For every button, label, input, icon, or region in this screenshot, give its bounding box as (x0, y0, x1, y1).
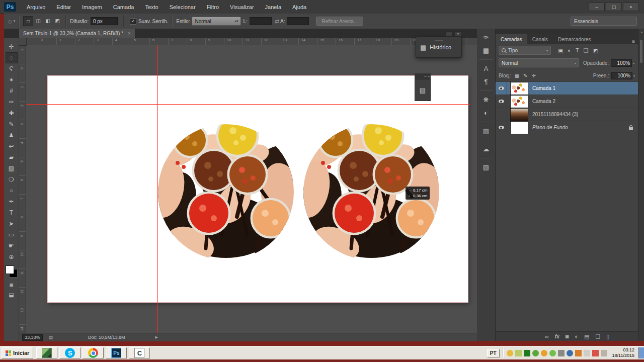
gradient-tool[interactable]: ▨ (6, 163, 18, 174)
layer-group-icon[interactable]: ▤ (584, 333, 589, 340)
crop-tool[interactable]: # (6, 85, 18, 97)
clock[interactable]: 03:12 18/11/2015 (612, 347, 634, 358)
tray-icon-green-square[interactable] (524, 350, 530, 356)
show-desktop-button[interactable] (638, 347, 644, 358)
style-dropdown[interactable]: Normal ▴▾ (192, 17, 241, 26)
eraser-tool[interactable]: ▰ (6, 152, 18, 163)
layer-effects-icon[interactable]: fx (555, 334, 559, 339)
shape-tool[interactable]: ▭ (6, 229, 18, 240)
foreground-color-swatch[interactable] (6, 265, 14, 274)
tray-icon-green-dot[interactable] (549, 350, 556, 356)
menu-item[interactable]: Editar (51, 1, 76, 14)
panel-tab[interactable]: Camadas (496, 34, 527, 44)
paragraph-panel-icon[interactable]: ¶ (479, 75, 493, 88)
character-panel-icon[interactable]: A (479, 59, 493, 75)
layer-thumbnail[interactable] (510, 108, 528, 121)
restore-button[interactable]: ▢ (606, 3, 622, 11)
taskbar-camtasia-button[interactable]: C (129, 347, 150, 358)
dodge-tool[interactable]: ○ (6, 185, 18, 196)
chevron-down-icon[interactable]: ▾ (633, 74, 635, 77)
tray-icon-orange-dot[interactable] (541, 350, 547, 356)
layer-thumbnail[interactable] (510, 95, 528, 108)
workspace-dropdown[interactable]: Essenciais (571, 17, 637, 26)
hand-tool[interactable]: ☛ (6, 240, 18, 251)
vertical-guide[interactable] (157, 45, 158, 333)
menu-item[interactable]: Texto (139, 1, 164, 14)
start-button[interactable]: Iniciar (2, 347, 33, 358)
tray-icon-yellow-dot[interactable] (507, 350, 513, 356)
lock-paint-icon[interactable]: ✎ (523, 73, 527, 78)
tray-icon-blue-globe[interactable] (567, 350, 573, 356)
antialias-checkbox[interactable]: ✓ (130, 18, 136, 25)
refine-edge-button[interactable]: Refinar Aresta... (316, 17, 363, 26)
filter-smart-objects-icon[interactable]: ◩ (593, 47, 598, 54)
clone-stamp-tool[interactable]: ♟ (6, 130, 18, 141)
document-tab[interactable]: Sem Título-1 @ 33,3% (Camada 1, RGB/8) *… (19, 29, 135, 38)
brush-tool[interactable]: ✎ (6, 119, 18, 130)
history-floating-panel[interactable]: — × ▤ Histórico (416, 31, 462, 58)
magic-wand-tool[interactable]: ✶ (6, 74, 18, 85)
opacity-value[interactable]: 100% (611, 59, 632, 67)
taskbar-explorer-button[interactable] (36, 347, 57, 358)
visibility-toggle[interactable] (496, 121, 507, 134)
layer-row[interactable]: Camada 2 (496, 95, 638, 108)
zoom-level-field[interactable]: 33,33% (22, 334, 43, 341)
filter-type-dropdown[interactable]: Tipo ▾ (499, 46, 551, 55)
dock-scrollbar[interactable] (640, 40, 642, 63)
tray-icon-speaker-orange[interactable] (575, 350, 582, 356)
type-tool[interactable]: T (6, 207, 18, 218)
width-input[interactable] (250, 17, 272, 25)
drink-photo-left[interactable] (157, 124, 294, 260)
language-indicator[interactable]: PT (487, 349, 500, 357)
styles-panel-icon[interactable]: ❋ (479, 90, 493, 106)
adjustment-layer-icon[interactable]: ◐ (575, 333, 578, 339)
history-panel-header[interactable]: — × (416, 31, 462, 37)
pen-tool[interactable]: ✒ (6, 196, 18, 207)
lasso-tool[interactable]: Ϛ (6, 63, 18, 74)
blend-mode-dropdown[interactable]: Normal ▾ (499, 58, 579, 67)
add-selection-mode-icon[interactable]: ◫ (34, 16, 43, 25)
vertical-ruler[interactable]: 101234567891011121314 (19, 45, 26, 333)
taskbar-chrome-button[interactable] (83, 347, 104, 358)
close-tab-icon[interactable]: × (128, 31, 131, 36)
history-brush-tool[interactable]: ↩ (6, 141, 18, 152)
layer-row[interactable]: 20151118094434 (3) (496, 108, 638, 121)
elliptical-marquee-tool[interactable]: ◌ (6, 52, 18, 63)
horizontal-guide[interactable] (26, 104, 470, 105)
delete-layer-icon[interactable]: ▯ (606, 333, 609, 340)
menu-item[interactable]: Filtro (201, 1, 224, 14)
chevron-down-icon[interactable]: ▾ (633, 61, 634, 65)
feather-input[interactable]: 0 px (91, 17, 118, 25)
layer-mask-icon[interactable]: ◙ (566, 333, 569, 339)
link-dimensions-icon[interactable]: ⇄ (275, 18, 279, 25)
blur-tool[interactable]: ❍ (6, 174, 18, 185)
horizontal-ruler[interactable]: 1012345678910111213141516171819202122 (19, 38, 477, 45)
tray-icon-utorrent[interactable] (532, 350, 539, 356)
menu-item[interactable]: Arquivo (21, 1, 51, 14)
subtract-selection-mode-icon[interactable]: ◧ (43, 16, 52, 25)
history-panel-body[interactable]: ▤ Histórico (416, 37, 462, 58)
histogram-panel-icon[interactable]: ▦ (479, 122, 493, 137)
filter-type-layers-icon[interactable]: T (576, 47, 579, 54)
fill-value[interactable]: 100% (611, 72, 632, 79)
panel-minimize-button[interactable]: — (424, 75, 427, 78)
lock-transparency-icon[interactable]: ▦ (515, 73, 519, 78)
filter-shape-layers-icon[interactable]: ❏ (584, 47, 589, 54)
layer-thumbnail[interactable] (510, 82, 528, 95)
menu-item[interactable]: Imagem (76, 1, 108, 14)
menu-item[interactable]: Camada (108, 1, 140, 14)
brush-presets-panel-icon[interactable]: ▤ (479, 44, 493, 57)
panel-menu-icon[interactable]: ≡ (632, 39, 635, 44)
visibility-toggle[interactable] (496, 108, 507, 121)
brush-panel-icon[interactable]: ✑ (479, 31, 493, 44)
new-selection-mode-icon[interactable]: □ (23, 16, 33, 26)
intersect-selection-mode-icon[interactable]: ◩ (53, 16, 62, 25)
status-expand-arrow[interactable]: ▶ (155, 335, 158, 339)
move-tool[interactable]: ✛ (6, 41, 18, 52)
layer-thumbnail[interactable] (510, 121, 528, 134)
panel-body[interactable]: ▤ (415, 79, 431, 101)
new-layer-icon[interactable]: ❏ (595, 333, 600, 340)
tool-preset-picker[interactable]: ◌ ▾ (8, 18, 15, 25)
eyedropper-tool[interactable]: ✑ (6, 97, 18, 108)
taskbar-skype-button[interactable]: S (59, 347, 80, 358)
